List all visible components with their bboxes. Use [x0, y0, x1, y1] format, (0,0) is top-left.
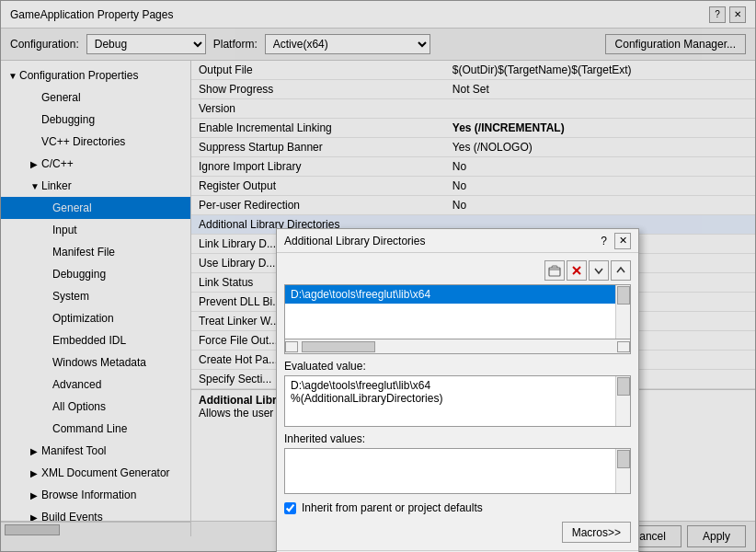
delete-dir-button[interactable] [567, 260, 587, 281]
svg-rect-0 [549, 268, 560, 276]
inherited-vertical-scrollbar[interactable] [615, 449, 630, 493]
inherit-checkbox-label: Inherit from parent or project defaults [302, 501, 483, 514]
modal-button-row: Macros>> [284, 522, 631, 543]
inherited-values-box [284, 448, 631, 494]
inherited-scroll-thumb [617, 450, 630, 468]
eval-line-1: D:\agde\tools\freeglut\lib\x64 [291, 379, 624, 392]
dir-horizontal-scrollbar[interactable] [284, 339, 631, 354]
move-down-button[interactable] [589, 260, 609, 281]
eval-vertical-scrollbar[interactable] [615, 376, 630, 426]
new-dir-button[interactable] [544, 260, 565, 281]
scroll-left-btn[interactable] [285, 341, 298, 352]
dir-list-item[interactable]: D:\agde\tools\freeglut\lib\x64 [285, 285, 630, 304]
modal-title: Additional Library Directories [284, 235, 425, 247]
evaluated-value-box: D:\agde\tools\freeglut\lib\x64 %(Additio… [284, 375, 631, 427]
modal-controls: ? ✕ [597, 233, 631, 249]
dir-path: D:\agde\tools\freeglut\lib\x64 [291, 288, 430, 301]
dir-toolbar [284, 260, 631, 281]
inherit-checkbox-row: Inherit from parent or project defaults [284, 501, 631, 514]
scroll-right-btn[interactable] [617, 341, 630, 352]
modal-help-button[interactable]: ? [597, 235, 611, 247]
eval-line-2: %(AdditionalLibraryDirectories) [291, 392, 624, 405]
additional-library-dialog: Additional Library Directories ? ✕ [276, 228, 639, 552]
move-up-button[interactable] [611, 260, 631, 281]
macros-button[interactable]: Macros>> [562, 522, 631, 543]
dir-vertical-scrollbar[interactable] [615, 285, 630, 339]
modal-overlay: Additional Library Directories ? ✕ [0, 0, 756, 552]
directory-list: D:\agde\tools\freeglut\lib\x64 [284, 284, 631, 339]
modal-title-bar: Additional Library Directories ? ✕ [277, 229, 638, 253]
evaluated-label: Evaluated value: [284, 360, 631, 373]
dir-h-scroll-thumb[interactable] [302, 341, 375, 352]
eval-scroll-thumb [617, 377, 630, 396]
modal-body: D:\agde\tools\freeglut\lib\x64 Evaluated… [277, 253, 638, 550]
inherited-label: Inherited values: [284, 432, 631, 445]
dir-scroll-thumb [617, 286, 630, 305]
inherit-checkbox[interactable] [284, 502, 296, 514]
modal-close-button[interactable]: ✕ [614, 233, 631, 249]
